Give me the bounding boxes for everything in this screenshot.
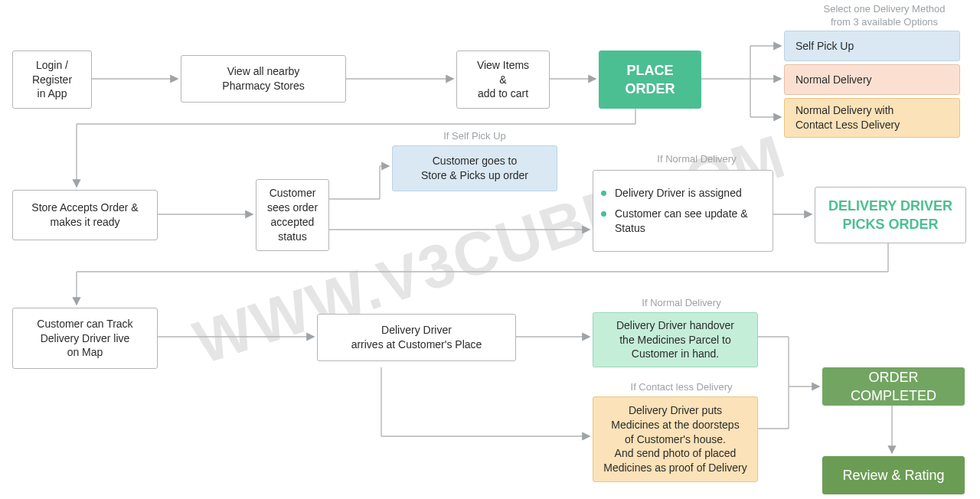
customer-sees-status-box: Customersees orderacceptedstatus xyxy=(256,179,329,251)
driver-picks-order-box: DELIVERY DRIVERPICKS ORDER xyxy=(815,187,966,243)
normal-delivery-row3-label: If Normal Delivery xyxy=(628,297,735,310)
normal-delivery-bullets: Delivery Driver is assigned Customer can… xyxy=(593,170,773,252)
delivery-method-header-label: Select one Delivery Methodfrom 3 availab… xyxy=(812,3,957,29)
view-stores-box: View all nearbyPharmacy Stores xyxy=(181,55,346,103)
handover-parcel-box: Delivery Driver handoverthe Medicines Pa… xyxy=(593,312,758,367)
customer-picks-up-box: Customer goes toStore & Picks up order xyxy=(392,145,557,191)
driver-arrives-box: Delivery Driverarrives at Customer's Pla… xyxy=(317,314,516,361)
option-normal-delivery: Normal Delivery xyxy=(784,64,960,95)
view-items-box: View Items&add to cart xyxy=(456,51,550,109)
login-register-box: Login /Registerin App xyxy=(12,51,92,109)
order-completed-box: ORDER COMPLETED xyxy=(822,367,965,406)
review-rating-box: Review & Rating xyxy=(822,456,965,494)
option-contactless-delivery: Normal Delivery withContact Less Deliver… xyxy=(784,98,960,138)
self-pickup-label: If Self Pick Up xyxy=(429,130,521,143)
bullet-driver-assigned: Delivery Driver is assigned xyxy=(601,186,762,201)
bullet-customer-update: Customer can see update & Status xyxy=(601,207,762,236)
normal-delivery-row2-label: If Normal Delivery xyxy=(643,153,750,166)
store-accepts-box: Store Accepts Order &makes it ready xyxy=(12,190,158,240)
contactless-label: If Contact less Delivery xyxy=(620,381,743,394)
track-driver-box: Customer can TrackDelivery Driver liveon… xyxy=(12,308,158,369)
doorstep-delivery-box: Delivery Driver putsMedicines at the doo… xyxy=(593,396,758,482)
option-self-pickup: Self Pick Up xyxy=(784,31,960,61)
place-order-box: PLACEORDER xyxy=(599,51,701,109)
